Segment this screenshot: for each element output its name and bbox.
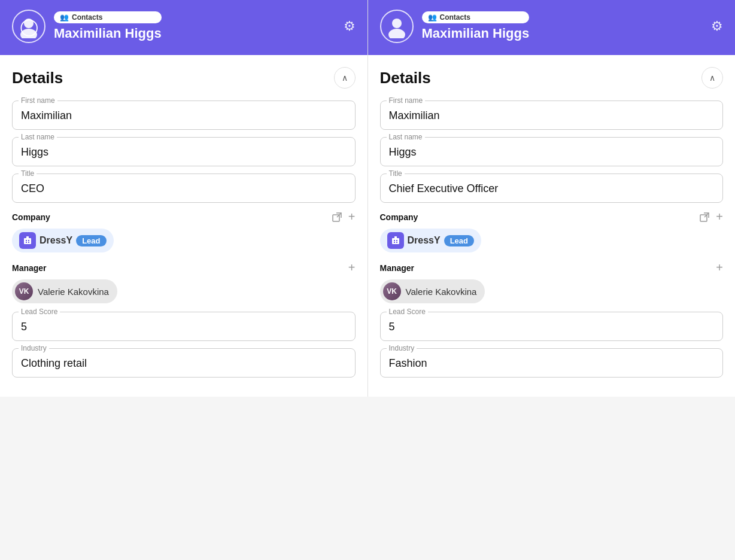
first-name-label: First name — [19, 96, 57, 105]
manager-section: Manager + VK Valerie Kakovkina — [12, 261, 356, 303]
lead-score-label: Lead Score — [19, 308, 60, 316]
manager-label-row-right: Manager + — [380, 261, 724, 275]
panel-left-header: ◯ 👥 Contacts Maximilian Higgs ⚙ — [0, 0, 368, 55]
add-company-icon[interactable]: + — [348, 210, 356, 224]
svg-rect-12 — [392, 238, 399, 244]
company-label-row: Company + — [12, 210, 356, 224]
building-icon-right — [387, 232, 404, 249]
svg-point-9 — [392, 19, 402, 28]
manager-name-right: Valerie Kakovkina — [406, 287, 477, 297]
first-name-value-right: Maximilian — [389, 109, 715, 122]
avatar: ◯ — [12, 10, 45, 43]
contacts-badge[interactable]: 👥 Contacts — [54, 11, 162, 23]
lead-score-label-right: Lead Score — [387, 308, 428, 316]
title-label: Title — [19, 169, 37, 178]
first-name-label-right: First name — [387, 96, 426, 105]
first-name-field[interactable]: First name Maximilian — [12, 101, 356, 130]
svg-point-1 — [20, 29, 37, 38]
manager-chip[interactable]: VK Valerie Kakovkina — [12, 279, 117, 303]
industry-field-right[interactable]: Industry Fashion — [380, 348, 724, 378]
header-right-text: 👥 Contacts Maximilian Higgs — [422, 11, 530, 41]
industry-label: Industry — [19, 344, 49, 352]
svg-rect-4 — [26, 240, 27, 241]
details-section-header: Details ∧ — [12, 67, 356, 89]
contact-name-right: Maximilian Higgs — [422, 26, 530, 41]
svg-point-10 — [388, 29, 405, 38]
first-name-field-right[interactable]: First name Maximilian — [380, 101, 724, 130]
building-icon — [19, 232, 36, 249]
company-section: Company + — [12, 210, 356, 252]
title-value: CEO — [21, 182, 347, 195]
industry-value: Clothing retail — [21, 357, 347, 370]
details-title: Details — [12, 69, 63, 87]
svg-rect-8 — [26, 236, 29, 239]
title-field[interactable]: Title CEO — [12, 174, 356, 203]
last-name-field-right[interactable]: Last name Higgs — [380, 137, 724, 166]
collapse-button[interactable]: ∧ — [334, 67, 356, 89]
last-name-value-right: Higgs — [389, 146, 715, 159]
title-field-right[interactable]: Title Chief Executive Officer — [380, 174, 724, 203]
add-company-icon-right[interactable]: + — [716, 210, 723, 224]
svg-point-0 — [24, 19, 34, 28]
add-manager-icon[interactable]: + — [348, 261, 356, 275]
company-chip[interactable]: DressY Lead — [12, 229, 114, 252]
manager-avatar-right: VK — [383, 282, 401, 300]
lead-score-field-right[interactable]: Lead Score 5 — [380, 312, 724, 341]
lead-badge-right: Lead — [444, 235, 474, 246]
chevron-up-icon: ∧ — [342, 73, 348, 83]
contacts-badge-right[interactable]: 👥 Contacts — [422, 11, 530, 23]
svg-rect-6 — [26, 242, 27, 243]
last-name-value: Higgs — [21, 146, 347, 159]
industry-field[interactable]: Industry Clothing retail — [12, 348, 356, 378]
lead-score-field[interactable]: Lead Score 5 — [12, 312, 356, 341]
company-section-right: Company + — [380, 210, 724, 252]
svg-rect-15 — [394, 242, 395, 243]
header-left-content: ◯ 👥 Contacts Maximilian Higgs — [12, 10, 162, 43]
external-link-icon[interactable] — [332, 212, 342, 223]
manager-label-right: Manager — [380, 263, 415, 273]
panel-left: ◯ 👥 Contacts Maximilian Higgs ⚙ — [0, 0, 368, 397]
contact-name: Maximilian Higgs — [54, 26, 162, 41]
panel-left-body: Details ∧ First name Maximilian Last nam… — [0, 55, 368, 397]
lead-score-value: 5 — [21, 321, 347, 333]
add-manager-icon-right[interactable]: + — [716, 261, 723, 275]
manager-name: Valerie Kakovkina — [38, 287, 109, 297]
contacts-badge-label: Contacts — [72, 13, 102, 22]
svg-rect-14 — [396, 240, 397, 241]
title-label-right: Title — [387, 169, 405, 178]
collapse-button-right[interactable]: ∧ — [701, 67, 723, 89]
panel-right-header: 👥 Contacts Maximilian Higgs ⚙ — [368, 0, 736, 55]
settings-icon-right[interactable]: ⚙ — [711, 19, 723, 34]
industry-value-right: Fashion — [389, 357, 715, 370]
panel-right-body: Details ∧ First name Maximilian Last nam… — [368, 55, 736, 397]
details-title-right: Details — [380, 69, 431, 87]
details-section-header-right: Details ∧ — [380, 67, 724, 89]
manager-label-row: Manager + — [12, 261, 356, 275]
manager-avatar: VK — [15, 282, 33, 300]
company-name-right: DressY — [408, 235, 441, 246]
company-label-row-right: Company + — [380, 210, 724, 224]
avatar-right — [380, 10, 414, 43]
svg-rect-5 — [28, 240, 29, 241]
last-name-field[interactable]: Last name Higgs — [12, 137, 356, 166]
company-name: DressY — [40, 235, 72, 246]
chevron-up-icon-right: ∧ — [709, 73, 715, 83]
header-right-left-content: 👥 Contacts Maximilian Higgs — [380, 10, 530, 43]
manager-label: Manager — [12, 263, 47, 273]
last-name-label-right: Last name — [387, 133, 425, 141]
company-actions: + — [332, 210, 356, 224]
settings-icon[interactable]: ⚙ — [344, 19, 356, 34]
company-chip-right[interactable]: DressY Lead — [380, 229, 482, 252]
last-name-label: Last name — [19, 133, 57, 141]
svg-rect-16 — [396, 242, 397, 243]
lead-score-value-right: 5 — [389, 321, 715, 333]
manager-chip-right[interactable]: VK Valerie Kakovkina — [380, 279, 485, 303]
company-label: Company — [12, 212, 50, 222]
svg-rect-17 — [394, 236, 397, 239]
header-text: 👥 Contacts Maximilian Higgs — [54, 11, 162, 41]
contacts-badge-icon-right: 👥 — [428, 13, 437, 22]
title-value-right: Chief Executive Officer — [389, 182, 715, 195]
company-label-right: Company — [380, 212, 418, 222]
contacts-badge-icon: 👥 — [60, 13, 69, 22]
external-link-icon-right[interactable] — [699, 212, 710, 223]
